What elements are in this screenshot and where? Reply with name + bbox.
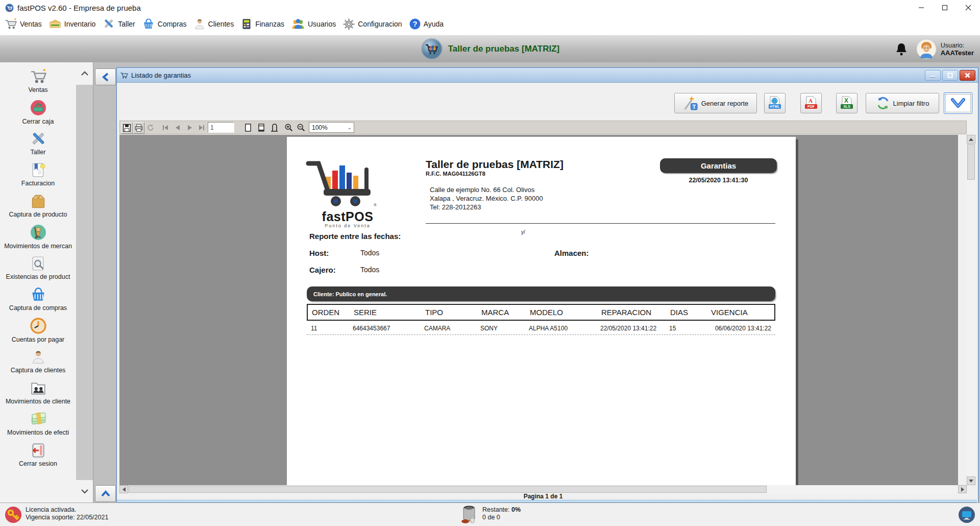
child-minimize-button[interactable] (925, 70, 941, 81)
avatar[interactable] (916, 39, 937, 59)
zoom-out-button[interactable] (296, 122, 306, 133)
sidebar-collapse-button[interactable] (95, 68, 116, 85)
person-icon (193, 18, 206, 30)
child-close-button[interactable] (960, 70, 975, 81)
scroll-right-button[interactable] (958, 485, 967, 493)
sidebar-item-captura-clientes[interactable]: Captura de clientes (0, 346, 76, 377)
logo-tagline: Punto de Venta (304, 223, 391, 228)
sidebar-item-taller[interactable]: Taller (0, 128, 76, 159)
filter-cajero-value: Todos (360, 266, 379, 274)
export-html-button[interactable]: HTML (764, 93, 786, 113)
sidebar-scrollbar[interactable] (76, 62, 93, 503)
printer-icon (134, 124, 143, 132)
sidebar-item-captura-producto[interactable]: Captura de producto (0, 190, 76, 221)
previous-page-button[interactable] (172, 122, 183, 133)
export-pdf-button[interactable]: APDF (800, 93, 822, 113)
refresh-report-button[interactable] (145, 122, 156, 133)
sidebar-item-ventas[interactable]: Ventas (0, 65, 76, 97)
toner-icon (458, 505, 478, 525)
sidebar-scroll-up-button[interactable] (76, 62, 93, 85)
print-button[interactable] (133, 122, 144, 134)
menu-finanzas[interactable]: Finanzas (238, 17, 289, 31)
sidebar-scroll-down-button[interactable] (76, 480, 93, 503)
sidebar-item-cerrar-caja[interactable]: Cerrar caja (0, 97, 76, 128)
first-page-button[interactable] (160, 122, 170, 133)
menu-configuracion[interactable]: Configuracion (340, 17, 406, 32)
column-header: MARCA (481, 308, 530, 317)
child-window-titlebar[interactable]: Listado de garantias (117, 68, 978, 83)
filter-panel-toggle-button[interactable] (944, 92, 972, 114)
menu-clientes[interactable]: Clientes (191, 17, 239, 31)
menu-ayuda[interactable]: ? Ayuda (407, 17, 448, 31)
single-page-icon (244, 124, 252, 132)
sidebar-item-cuentas-pagar[interactable]: Cuentas por pagar (0, 315, 76, 346)
scroll-down-button[interactable] (967, 476, 975, 485)
report-address-line1: Calle de ejemplo No. 66 Col. Olivos (430, 186, 534, 194)
xls-file-icon: XXLS (840, 95, 854, 111)
zoom-in-button[interactable] (283, 122, 294, 133)
horizontal-scroll-thumb[interactable] (129, 486, 767, 493)
html-file-icon: HTML (768, 95, 782, 111)
sidebar-item-existencias[interactable]: Existencias de product (0, 252, 76, 283)
save-report-button[interactable] (121, 122, 133, 134)
cash-stack-icon (29, 411, 47, 427)
app-statusbar: Licencia activada. Vigencia soporte: 22/… (0, 503, 980, 526)
user-name: AAATester (941, 49, 974, 57)
whole-page-view-button[interactable] (269, 122, 280, 133)
page-number-input[interactable] (208, 122, 234, 133)
scroll-up-button[interactable] (967, 135, 975, 144)
sidebar-item-mov-clientes[interactable]: Movimientos de cliente (0, 377, 76, 408)
report-phone: Tel: 228-2012263 (430, 203, 481, 211)
bell-icon[interactable] (896, 42, 907, 56)
sidebar-item-mov-mercancia[interactable]: Movimientos de mercan (0, 221, 76, 252)
remote-support-icon[interactable] (958, 506, 976, 524)
sidebar-item-mov-efectivo[interactable]: Movimientos de efecti (0, 408, 76, 439)
filter-cajero-label: Cajero: (309, 266, 336, 274)
svg-text:X: X (844, 97, 848, 104)
refresh-arrows-icon (876, 96, 890, 110)
vertical-scroll-thumb[interactable] (967, 144, 975, 180)
zoom-level-select[interactable]: 100% ⌄ (309, 122, 354, 133)
generate-report-button[interactable]: T Generar reporte (674, 93, 757, 113)
prev-page-icon (175, 125, 180, 131)
scroll-left-button[interactable] (119, 485, 128, 493)
menu-ventas[interactable]: Ventas (2, 17, 46, 31)
clear-filter-button[interactable]: Limpiar filtro (866, 93, 939, 113)
cart-icon (120, 71, 128, 79)
export-xls-button[interactable]: XXLS (836, 93, 857, 113)
last-page-button[interactable] (196, 122, 207, 133)
report-company-name: Taller de pruebas [MATRIZ] (426, 158, 564, 171)
menu-usuarios[interactable]: Usuarios (289, 17, 340, 31)
stock-search-icon (30, 255, 47, 272)
window-minimize-button[interactable] (910, 0, 933, 15)
sidebar-item-facturacion[interactable]: Facturacion (0, 159, 76, 190)
store-logo-icon (421, 38, 443, 60)
menu-compras[interactable]: Compras (140, 17, 191, 31)
page-single-view-button[interactable] (242, 122, 253, 133)
window-close-button[interactable] (957, 0, 980, 15)
calculator-icon (240, 18, 253, 30)
report-viewer-toolbar: 100% ⌄ (119, 121, 967, 134)
page-width-view-button[interactable] (256, 122, 266, 133)
person-icon (31, 349, 46, 365)
app-title: fastPOS v2.60 - Empresa de prueba (17, 4, 141, 12)
filter-dates-separator: y/ (521, 229, 525, 235)
menu-inventario[interactable]: Inventario (46, 17, 100, 31)
cash-drawer-icon (30, 99, 47, 116)
next-page-button[interactable] (184, 122, 195, 133)
help-icon: ? (409, 18, 421, 30)
window-maximize-button[interactable] (933, 0, 957, 15)
sidebar-item-captura-compras[interactable]: Captura de compras (0, 283, 76, 315)
panel-expand-button[interactable] (95, 485, 116, 502)
sidebar-item-cerrar-sesion[interactable]: Cerrar sesion (0, 439, 76, 470)
branch-title: Taller de pruebas [MATRIZ] (448, 44, 560, 54)
menu-taller[interactable]: Taller (100, 17, 139, 31)
viewer-vertical-scrollbar[interactable] (967, 135, 975, 485)
child-restore-button[interactable] (942, 70, 958, 81)
basket-icon (142, 18, 155, 30)
chevron-down-icon (950, 98, 966, 109)
app-titlebar: fastPOS v2.60 - Empresa de prueba (0, 0, 980, 15)
zoom-out-icon (297, 123, 305, 132)
viewer-horizontal-scrollbar[interactable] (119, 485, 967, 493)
cart-icon (4, 18, 17, 30)
